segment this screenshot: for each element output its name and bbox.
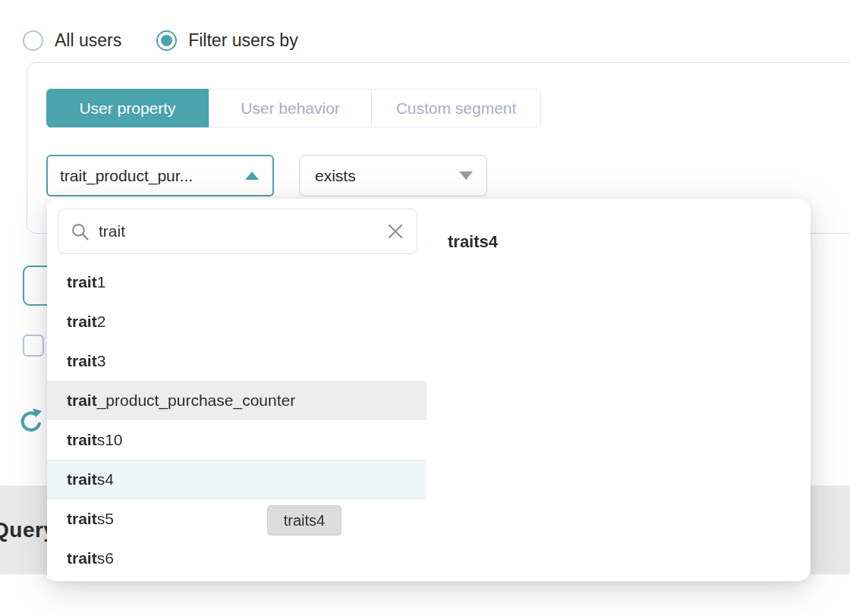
- radio-filter-users-by[interactable]: Filter users by: [156, 30, 298, 51]
- operator-select-value: exists: [315, 167, 356, 185]
- list-item[interactable]: trait1: [47, 262, 427, 302]
- property-search-box[interactable]: [58, 209, 417, 254]
- caret-up-icon: [245, 171, 259, 180]
- radio-filter-users-by-label: Filter users by: [188, 30, 298, 51]
- property-options-list: trait1 trait2 trait3 trait_product_purch…: [47, 262, 427, 578]
- option-match-text: trait: [67, 313, 97, 331]
- refresh-icon: [20, 407, 42, 435]
- close-icon: [386, 222, 405, 240]
- list-item[interactable]: traits4: [47, 460, 427, 499]
- radio-unselected-icon: [23, 30, 43, 51]
- list-item[interactable]: traits6: [47, 539, 427, 578]
- option-rest-text: 2: [97, 313, 106, 331]
- property-list-panel: trait1 trait2 trait3 trait_product_purch…: [47, 199, 427, 581]
- radio-all-users[interactable]: All users: [23, 30, 121, 51]
- option-match-text: trait: [67, 273, 97, 291]
- filter-condition-row: trait_product_pur... exists: [46, 155, 487, 196]
- tab-custom-segment[interactable]: Custom segment: [371, 89, 541, 127]
- option-match-text: trait: [67, 391, 97, 410]
- option-match-text: trait: [67, 431, 97, 449]
- search-input[interactable]: [99, 222, 386, 240]
- option-match-text: trait: [67, 549, 97, 567]
- option-rest-text: 1: [97, 273, 106, 291]
- tab-user-property[interactable]: User property: [46, 89, 209, 127]
- option-rest-text: s10: [97, 431, 123, 449]
- tooltip: traits4: [267, 505, 342, 536]
- tab-user-behavior[interactable]: User behavior: [209, 89, 371, 127]
- option-rest-text: 3: [97, 352, 106, 370]
- option-rest-text: _product_purchase_counter: [97, 391, 296, 410]
- option-rest-text: s4: [97, 470, 114, 489]
- clear-search-button[interactable]: [386, 222, 405, 240]
- operator-select[interactable]: exists: [299, 155, 487, 196]
- search-icon: [71, 222, 90, 241]
- option-rest-text: s6: [97, 549, 114, 567]
- option-match-text: trait: [67, 510, 97, 528]
- radio-selected-icon: [156, 30, 177, 51]
- list-item[interactable]: trait2: [47, 302, 427, 341]
- list-item[interactable]: trait3: [47, 341, 427, 381]
- property-detail-panel: traits4: [427, 199, 811, 581]
- exclude-users-checkbox[interactable]: [23, 335, 44, 357]
- list-item[interactable]: traits5: [47, 499, 427, 539]
- option-match-text: trait: [67, 352, 97, 370]
- property-dropdown-overlay: trait1 trait2 trait3 trait_product_purch…: [47, 199, 811, 581]
- segmentation-page: All users Filter users by User property …: [0, 0, 850, 616]
- list-item[interactable]: trait_product_purchase_counter: [47, 381, 427, 420]
- radio-all-users-label: All users: [55, 30, 121, 51]
- user-scope-radio-group: All users Filter users by: [23, 30, 298, 51]
- refresh-button[interactable]: [20, 407, 42, 435]
- caret-down-icon: [459, 171, 473, 180]
- list-item[interactable]: traits10: [47, 420, 427, 460]
- filter-type-tabs: User property User behavior Custom segme…: [46, 89, 541, 127]
- option-rest-text: s5: [97, 510, 114, 528]
- tooltip-text: traits4: [284, 512, 325, 530]
- property-select-value: trait_product_pur...: [60, 167, 193, 185]
- option-match-text: trait: [67, 470, 97, 489]
- detail-panel-title: traits4: [427, 199, 811, 252]
- property-select[interactable]: trait_product_pur...: [46, 155, 274, 196]
